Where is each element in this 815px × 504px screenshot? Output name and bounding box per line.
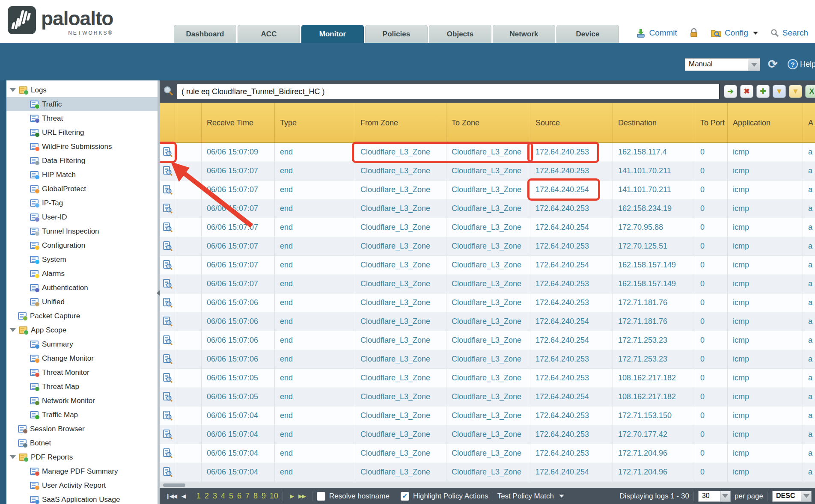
page-number-2[interactable]: 2: [205, 492, 209, 501]
detail-icon-cell[interactable]: [160, 275, 175, 294]
sidebar-item-session-browser[interactable]: Session Browser: [6, 422, 158, 436]
sidebar-item-pdf-reports[interactable]: PDF Reports: [6, 450, 158, 464]
help-button[interactable]: ? Help: [788, 59, 815, 69]
tab-objects[interactable]: Objects: [429, 25, 491, 43]
log-detail-icon[interactable]: [162, 373, 173, 383]
log-row[interactable]: 06/06 15:07:04endCloudflare_L3_ZoneCloud…: [160, 444, 815, 463]
log-row[interactable]: 06/06 15:07:05endCloudflare_L3_ZoneCloud…: [160, 388, 815, 406]
log-detail-icon[interactable]: [162, 316, 173, 327]
log-row[interactable]: 06/06 15:07:06endCloudflare_L3_ZoneCloud…: [160, 294, 815, 312]
log-detail-icon[interactable]: [162, 410, 173, 421]
config-menu-button[interactable]: Config: [711, 28, 758, 38]
detail-icon-cell[interactable]: [160, 369, 175, 388]
tab-dashboard[interactable]: Dashboard: [174, 25, 236, 43]
sidebar-item-packet-capture[interactable]: Packet Capture: [6, 309, 158, 323]
tab-acc[interactable]: ACC: [238, 25, 300, 43]
detail-icon-cell[interactable]: [160, 463, 175, 482]
sidebar-item-alarms[interactable]: Alarms: [6, 267, 158, 281]
detail-icon-cell[interactable]: [160, 256, 175, 275]
sidebar-item-traffic-map[interactable]: Traffic Map: [6, 408, 158, 422]
sidebar-item-globalprotect[interactable]: GlobalProtect: [6, 182, 158, 196]
last-page-button[interactable]: ▶▶: [296, 493, 308, 499]
refresh-icon[interactable]: ⟳: [768, 57, 778, 71]
detail-icon-cell[interactable]: [160, 406, 175, 425]
log-row[interactable]: 06/06 15:07:07endCloudflare_L3_ZoneCloud…: [160, 162, 815, 181]
sidebar-item-data-filtering[interactable]: Data Filtering: [6, 154, 158, 168]
apply-filter-icon[interactable]: ➔: [724, 85, 737, 98]
log-detail-icon[interactable]: [162, 429, 173, 440]
page-number-8[interactable]: 8: [253, 492, 258, 501]
log-detail-icon[interactable]: [162, 203, 173, 214]
log-detail-icon[interactable]: [162, 448, 173, 459]
next-page-button[interactable]: ▶: [287, 493, 296, 499]
sidebar-item-user-id[interactable]: User-ID: [6, 210, 158, 224]
log-detail-icon[interactable]: [162, 222, 173, 233]
test-policy-match-button[interactable]: Test Policy Match: [497, 492, 564, 501]
sidebar-item-logs[interactable]: Logs: [6, 83, 158, 97]
log-row[interactable]: 06/06 15:07:06endCloudflare_L3_ZoneCloud…: [160, 312, 815, 331]
sort-order-select[interactable]: DESC: [772, 491, 812, 502]
per-page-select[interactable]: 30: [698, 491, 731, 502]
log-row[interactable]: 06/06 15:07:04endCloudflare_L3_ZoneCloud…: [160, 406, 815, 425]
log-filter-input[interactable]: [177, 84, 720, 99]
column-header-application[interactable]: Application: [728, 103, 803, 143]
detail-icon-cell[interactable]: [160, 331, 175, 350]
highlight-policy-actions-checkbox[interactable]: ✓: [401, 492, 409, 501]
page-number-4[interactable]: 4: [221, 492, 225, 501]
sidebar-item-threat-monitor[interactable]: Threat Monitor: [6, 365, 158, 379]
expand-triangle-icon[interactable]: [10, 88, 16, 92]
detail-icon-cell[interactable]: [160, 425, 175, 444]
sidebar-item-unified[interactable]: Unified: [6, 295, 158, 309]
log-detail-icon[interactable]: [162, 166, 173, 176]
sidebar-item-threat-map[interactable]: Threat Map: [6, 379, 158, 394]
sidebar-item-threat[interactable]: Threat: [6, 111, 158, 125]
sidebar-item-change-monitor[interactable]: Change Monitor: [6, 351, 158, 365]
log-row[interactable]: 06/06 15:07:07endCloudflare_L3_ZoneCloud…: [160, 218, 815, 237]
log-detail-icon[interactable]: [162, 241, 173, 252]
detail-icon-cell[interactable]: [160, 199, 175, 218]
sidebar-item-network-monitor[interactable]: Network Monitor: [6, 394, 158, 408]
detail-icon-cell[interactable]: [160, 181, 175, 199]
clear-filter-icon[interactable]: ✖: [740, 85, 753, 98]
log-detail-icon[interactable]: [162, 391, 173, 402]
filter-builder-icon[interactable]: ▼: [773, 85, 786, 98]
detail-icon-cell[interactable]: [160, 162, 175, 181]
prev-page-button[interactable]: ◀: [179, 493, 187, 499]
log-row[interactable]: 06/06 15:07:04endCloudflare_L3_ZoneCloud…: [160, 425, 815, 444]
log-detail-icon[interactable]: [162, 335, 173, 346]
page-number-1[interactable]: 1: [196, 492, 201, 501]
expand-triangle-icon[interactable]: [10, 328, 16, 332]
sidebar-item-saas-application-usage[interactable]: SaaS Application Usage: [6, 492, 158, 504]
column-header-to-port[interactable]: To Port: [695, 103, 728, 143]
horizontal-scrollbar[interactable]: [160, 482, 815, 488]
log-detail-icon[interactable]: [162, 354, 173, 365]
log-row[interactable]: 06/06 15:07:06endCloudflare_L3_ZoneCloud…: [160, 350, 815, 369]
column-header-from-zone[interactable]: From Zone: [355, 103, 446, 143]
page-number-3[interactable]: 3: [213, 492, 217, 501]
page-number-10[interactable]: 10: [270, 492, 278, 501]
detail-icon-cell[interactable]: [160, 218, 175, 237]
log-row[interactable]: 06/06 15:07:05endCloudflare_L3_ZoneCloud…: [160, 369, 815, 388]
sidebar-item-system[interactable]: System: [6, 252, 158, 267]
log-row[interactable]: 06/06 15:07:09endCloudflare_L3_ZoneCloud…: [160, 143, 815, 162]
sidebar-item-authentication[interactable]: Authentication: [6, 281, 158, 295]
detail-icon-cell[interactable]: [160, 388, 175, 406]
commit-button[interactable]: Commit: [636, 28, 677, 38]
add-filter-icon[interactable]: ✚: [756, 85, 770, 98]
detail-icon-cell[interactable]: [160, 444, 175, 463]
tab-policies[interactable]: Policies: [365, 25, 428, 43]
lock-icon[interactable]: [689, 28, 699, 38]
log-row[interactable]: 06/06 15:07:07endCloudflare_L3_ZoneCloud…: [160, 181, 815, 199]
export-icon[interactable]: X: [805, 85, 815, 98]
log-detail-icon[interactable]: [162, 467, 173, 477]
page-number-5[interactable]: 5: [229, 492, 233, 501]
sidebar-item-traffic[interactable]: Traffic: [6, 97, 158, 111]
detail-icon-cell[interactable]: [160, 294, 175, 312]
column-header-destination[interactable]: Destination: [613, 103, 695, 143]
tab-monitor[interactable]: Monitor: [301, 25, 364, 43]
column-header-blank[interactable]: [175, 103, 202, 143]
detail-icon-cell[interactable]: [160, 350, 175, 369]
log-detail-icon[interactable]: [162, 184, 173, 195]
scrollbar-thumb[interactable]: [163, 483, 185, 487]
refresh-mode-select[interactable]: Manual: [685, 58, 760, 71]
